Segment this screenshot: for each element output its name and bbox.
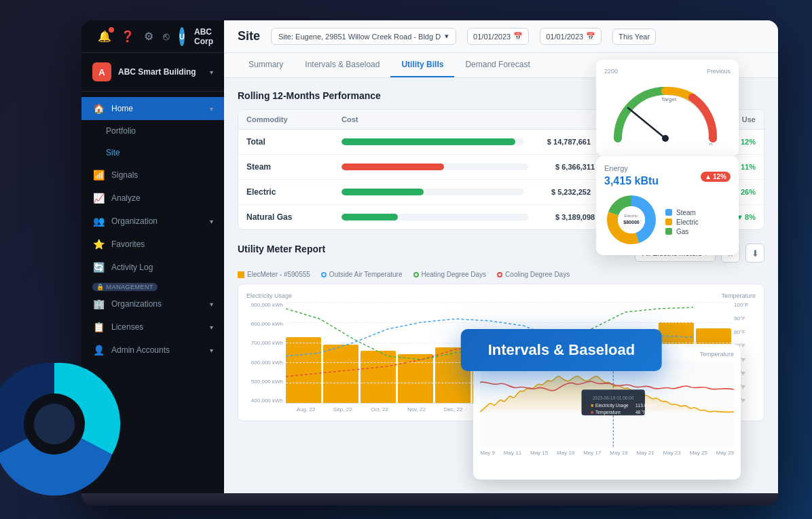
x-label-4: Dec, 22: [436, 406, 470, 412]
sidebar-item-signals[interactable]: 📶 Signals: [81, 164, 224, 187]
settings-icon[interactable]: ⚙: [144, 30, 153, 43]
svg-text:Target: Target: [661, 96, 677, 102]
period-button[interactable]: This Year: [612, 28, 656, 45]
bar-gas: [342, 214, 528, 220]
tab-intervals[interactable]: Intervals & Baseload: [294, 53, 390, 77]
energy-panel: Energy 3,415 kBtu ▲ 12%: [596, 156, 739, 255]
bar-steam: [342, 164, 528, 170]
signals-icon: 📶: [92, 170, 105, 180]
bar-fill-gas: [342, 214, 398, 220]
laptop-bottom: [81, 493, 778, 505]
badge-value: 12%: [713, 173, 726, 180]
notification-badge: [109, 27, 114, 33]
svg-text:Temperature: Temperature: [595, 410, 621, 416]
help-icon[interactable]: ❓: [121, 30, 134, 43]
sidebar-item-analyze[interactable]: 📈 Analyze: [81, 187, 224, 210]
organization-icon: 👥: [92, 216, 105, 227]
sidebar-label-organization: Organization: [111, 216, 158, 226]
sidebar-item-organizations[interactable]: 🏢 Organizations ▾: [81, 292, 224, 315]
gauge-overlay: 2200 Previous Target: [596, 60, 739, 156]
energy-value: 3,415 kBtu: [604, 175, 659, 187]
sidebar-label-analyze: Analyze: [111, 193, 141, 203]
y-right-100: 100°F: [734, 302, 756, 308]
sidebar-item-licenses[interactable]: 📋 Licenses ▾: [81, 315, 224, 339]
avatar[interactable]: U: [179, 27, 185, 46]
mini-x-8: May 25: [690, 450, 707, 456]
donut-legend: Steam Electric Gas: [665, 209, 699, 235]
home-icon: 🏠: [92, 103, 105, 114]
badge-arrow: ▲: [705, 173, 712, 180]
y-left-400: 400,000 kWh: [246, 398, 283, 404]
y-right-90: 90°F: [734, 315, 756, 322]
lock-badge: 🔒 Management: [92, 283, 158, 291]
sidebar-item-activity-log[interactable]: 🔄 Activity Log: [81, 256, 224, 279]
management-section: 🔒 Management: [81, 279, 224, 292]
legend-item-elec: ElecMeter - #590555: [238, 271, 310, 278]
sidebar-item-home[interactable]: 🏠 Home ▾: [81, 97, 224, 120]
legend-electric: Electric: [665, 218, 699, 226]
legend-label-cooling: Cooling Degree Days: [505, 271, 570, 278]
site-header[interactable]: A ABC Smart Building ▾: [81, 53, 224, 92]
date-from-input[interactable]: 01/01/2023 📅: [467, 28, 529, 45]
mini-x-6: May 21: [636, 450, 654, 456]
analyze-icon: 📈: [92, 193, 105, 204]
calendar-icon-from: 📅: [513, 32, 523, 41]
svg-text:■: ■: [591, 403, 594, 409]
sidebar-item-organization[interactable]: 👥 Organization ▾: [81, 210, 224, 233]
mini-chart-svg: 2023-06-19 01:00:00 ■ Electricity Usage …: [480, 360, 734, 448]
bar-total: [342, 138, 524, 145]
organizations-icon: 🏢: [92, 299, 105, 309]
commodity-steam: Steam: [246, 162, 342, 172]
sidebar-label-site: Site: [106, 148, 120, 157]
intervals-overlay[interactable]: Intervals & Baseload: [461, 329, 662, 371]
chart-bar-3[interactable]: [398, 354, 433, 403]
y-left-500: 500,000 kWh: [246, 379, 283, 385]
x-label-1: Sep, 22: [325, 406, 360, 412]
laptop-frame: ⠿ 🔔 ❓ ⚙ ⎋ U ABC Corp A ABC Smart Buildin…: [81, 20, 778, 505]
legend-label-elec: ElecMeter - #590555: [247, 271, 310, 278]
period-label: This Year: [619, 33, 650, 41]
date-to-input[interactable]: 01/01/2023 📅: [540, 28, 602, 45]
legend-label-heating: Heating Degree Days: [422, 271, 487, 278]
site-selector[interactable]: Site: Eugene, 29851 Willow Creek Road - …: [271, 28, 456, 45]
legend-steam: Steam: [665, 209, 699, 216]
energy-title: Energy: [604, 164, 659, 172]
activity-log-icon: 🔄: [92, 262, 105, 273]
logout-icon[interactable]: ⎋: [163, 31, 170, 43]
donut-gas-label: Gas: [676, 228, 688, 235]
admin-chevron-icon: ▾: [210, 347, 213, 354]
y-right-80: 80°F: [734, 329, 756, 335]
gauge-max-label: 2200: [604, 68, 618, 75]
mini-x-5: May 19: [610, 450, 627, 456]
download-icon-btn[interactable]: ⬇: [745, 244, 764, 263]
site-selector-label: Site: Eugene, 29851 Willow Creek Road - …: [278, 33, 441, 41]
sidebar-item-portfolio[interactable]: Portfolio: [81, 120, 224, 142]
svg-line-3: [628, 108, 665, 138]
decorative-pie: [0, 349, 129, 499]
tab-demand-forecast[interactable]: Demand Forecast: [454, 53, 540, 77]
chart-bar-0[interactable]: [286, 337, 321, 403]
donut-gas-color: [665, 228, 672, 235]
chart-bar-1[interactable]: [323, 345, 358, 403]
sidebar-item-site[interactable]: Site: [81, 142, 224, 164]
chart-bar-2[interactable]: [361, 351, 396, 403]
mini-x-1: May 11: [504, 450, 521, 456]
legend-item-outside: Outside Air Temperature: [321, 271, 403, 278]
legend-color-cooling: [497, 272, 502, 277]
sidebar-item-favorites[interactable]: ⭐ Favorites: [81, 233, 224, 256]
legend-item-cooling: Cooling Degree Days: [497, 271, 570, 278]
site-icon: A: [92, 62, 111, 81]
top-nav-bar: ⠿ 🔔 ❓ ⚙ ⎋ U ABC Corp: [81, 20, 224, 53]
svg-text:■: ■: [591, 410, 594, 416]
y-right-label: Temperature: [721, 292, 756, 299]
notification-icon[interactable]: 🔔: [98, 30, 111, 43]
donut-chart: Electric: $80000: [604, 193, 659, 247]
svg-text:48 °F: 48 °F: [635, 410, 646, 416]
calendar-icon-to: 📅: [586, 32, 595, 41]
tab-utility-bills[interactable]: Utility Bills: [390, 53, 454, 77]
col-commodity: Commodity: [246, 115, 342, 123]
main-header: Site Site: Eugene, 29851 Willow Creek Ro…: [224, 20, 778, 53]
sidebar-label-portfolio: Portfolio: [106, 126, 136, 136]
cost-total: $ 14,787,661: [530, 138, 591, 146]
tab-summary[interactable]: Summary: [238, 53, 294, 77]
